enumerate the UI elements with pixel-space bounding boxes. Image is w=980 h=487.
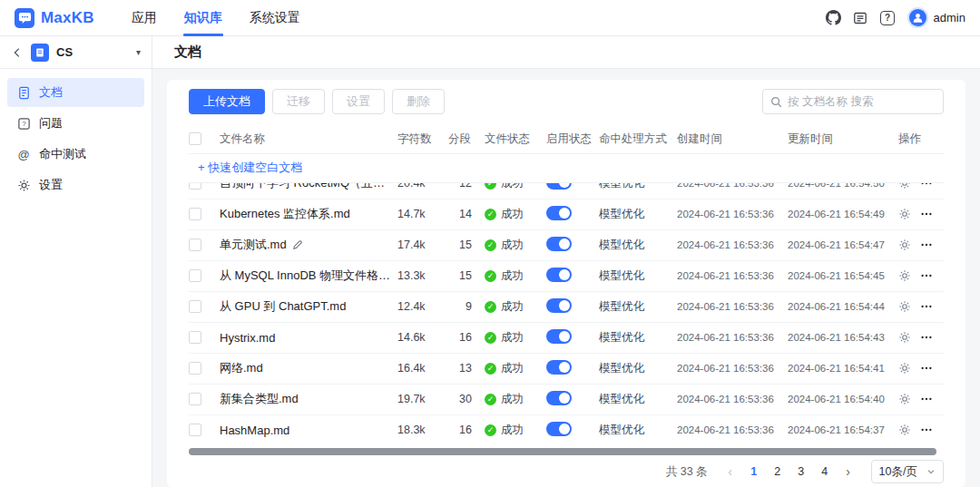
row-settings-icon[interactable] — [898, 300, 911, 313]
scrollbar-thumb[interactable] — [189, 448, 936, 455]
row-more-icon[interactable] — [920, 424, 933, 436]
help-icon[interactable]: ? — [880, 10, 896, 25]
enable-toggle[interactable] — [546, 237, 572, 251]
kb-selector[interactable]: CS ▾ — [0, 36, 152, 68]
row-checkbox[interactable] — [189, 239, 201, 251]
pagination: 共 33 条 ‹ 1 2 3 4 › 10条/页 — [189, 456, 944, 487]
nav-applications[interactable]: 应用 — [118, 0, 171, 36]
row-more-icon[interactable] — [920, 183, 933, 190]
document-name[interactable]: 从 MySQL InnoDB 物理文件格式深入... — [220, 268, 392, 284]
row-settings-icon[interactable] — [898, 331, 911, 344]
row-more-icon[interactable] — [920, 331, 933, 344]
success-icon — [485, 363, 496, 375]
sidebar-item-settings[interactable]: 设置 — [7, 170, 144, 200]
sidebar-item-documents[interactable]: 文档 — [7, 78, 144, 107]
github-icon[interactable] — [826, 10, 841, 25]
documents-card: 上传文档 迁移 设置 删除 文件名称 字符数 分段 文件状态 启用状态 命中处理… — [167, 80, 965, 487]
document-name[interactable]: 新集合类型.md — [220, 391, 299, 407]
row-settings-icon[interactable] — [898, 269, 911, 282]
quick-create-blank-document-link[interactable]: + 快速创建空白文档 — [198, 160, 302, 176]
row-checkbox[interactable] — [189, 300, 201, 313]
hit-test-icon: @ — [16, 147, 31, 161]
row-more-icon[interactable] — [920, 239, 933, 251]
row-checkbox[interactable] — [189, 331, 201, 344]
row-checkbox[interactable] — [189, 269, 201, 282]
file-status-label: 成功 — [501, 392, 524, 407]
maxkb-logo[interactable]: MaxKB — [15, 8, 94, 28]
table-row[interactable]: 新集合类型.md 19.7k 30 成功 模型优化 2024-06-21 16:… — [189, 385, 944, 415]
char-count: 18.3k — [397, 424, 448, 436]
page-button-2[interactable]: 2 — [768, 461, 788, 482]
sidebar-item-hit-test[interactable]: @ 命中测试 — [7, 140, 144, 169]
docs-icon[interactable] — [853, 10, 868, 25]
table-row[interactable]: 从 MySQL InnoDB 物理文件格式深入... 13.3k 15 成功 模… — [189, 261, 944, 292]
table-row[interactable]: Kubernetes 监控体系.md 14.7k 14 成功 模型优化 2024… — [189, 200, 944, 230]
edit-icon[interactable] — [292, 239, 303, 250]
document-name[interactable]: 从 GPU 到 ChatGPT.md — [220, 298, 346, 315]
next-page-button[interactable]: › — [838, 464, 858, 479]
prev-page-button[interactable]: ‹ — [720, 464, 740, 479]
sidebar-item-questions[interactable]: ? 问题 — [7, 109, 144, 138]
table-row[interactable]: 从 GPU 到 ChatGPT.md 12.4k 9 成功 模型优化 2024-… — [189, 292, 944, 323]
nav-knowledge-base[interactable]: 知识库 — [171, 0, 236, 36]
settings-button[interactable]: 设置 — [332, 89, 385, 114]
row-settings-icon[interactable] — [898, 393, 911, 405]
document-name[interactable]: 网络.md — [220, 360, 263, 376]
document-name[interactable]: Hystrix.md — [220, 331, 275, 345]
created-time: 2024-06-21 16:53:36 — [677, 424, 788, 435]
enable-toggle[interactable] — [546, 391, 572, 405]
page-size-select[interactable]: 10条/页 — [871, 460, 944, 483]
page-button-1[interactable]: 1 — [744, 461, 764, 482]
row-checkbox[interactable] — [189, 393, 201, 405]
table-row[interactable]: 自顶向下学习 RocketMQ（五）：顺序... 20.4k 12 成功 模型优… — [189, 183, 944, 200]
char-count: 16.4k — [397, 362, 448, 375]
back-arrow-icon[interactable] — [11, 46, 24, 59]
row-settings-icon[interactable] — [898, 362, 911, 375]
select-all-checkbox[interactable] — [189, 132, 201, 145]
enable-toggle[interactable] — [546, 329, 572, 344]
enable-toggle[interactable] — [546, 206, 572, 220]
migrate-button[interactable]: 迁移 — [272, 89, 325, 114]
document-name[interactable]: HashMap.md — [220, 424, 289, 437]
table-row[interactable]: Hystrix.md 14.6k 16 成功 模型优化 2024-06-21 1… — [189, 323, 944, 354]
col-enabled: 启用状态 — [546, 131, 599, 147]
row-more-icon[interactable] — [920, 208, 933, 220]
row-settings-icon[interactable] — [898, 424, 911, 436]
row-checkbox[interactable] — [189, 183, 201, 190]
row-more-icon[interactable] — [920, 362, 933, 375]
table-row[interactable]: HashMap.md 18.3k 16 成功 模型优化 2024-06-21 1… — [189, 415, 944, 445]
row-settings-icon[interactable] — [898, 208, 911, 220]
enable-toggle[interactable] — [546, 298, 572, 313]
document-name[interactable]: Kubernetes 监控体系.md — [220, 206, 350, 222]
document-name[interactable]: 单元测试.md — [220, 237, 287, 253]
enable-toggle[interactable] — [546, 360, 572, 375]
row-settings-icon[interactable] — [898, 239, 911, 251]
row-checkbox[interactable] — [189, 424, 201, 436]
search-icon — [770, 96, 782, 108]
nav-system-settings[interactable]: 系统设置 — [236, 0, 314, 36]
upload-document-button[interactable]: 上传文档 — [189, 89, 265, 114]
search-input[interactable] — [788, 95, 936, 108]
file-status: 成功 — [485, 183, 546, 191]
topbar-right: ? admin — [826, 7, 965, 28]
enable-toggle[interactable] — [546, 422, 572, 436]
page-button-3[interactable]: 3 — [791, 461, 811, 482]
row-more-icon[interactable] — [920, 300, 933, 313]
row-checkbox[interactable] — [189, 362, 201, 375]
table-row[interactable]: 单元测试.md 17.4k 15 成功 模型优化 2024-06-21 16:5… — [189, 230, 944, 261]
row-more-icon[interactable] — [920, 269, 933, 282]
file-status-label: 成功 — [501, 361, 524, 376]
delete-button[interactable]: 删除 — [392, 89, 445, 114]
filter-icon[interactable] — [671, 134, 671, 144]
hit-mode: 模型优化 — [599, 392, 677, 407]
page-button-4[interactable]: 4 — [815, 461, 835, 482]
document-name[interactable]: 自顶向下学习 RocketMQ（五）：顺序... — [220, 183, 392, 192]
table-row[interactable]: 网络.md 16.4k 13 成功 模型优化 2024-06-21 16:53:… — [189, 354, 944, 385]
enable-toggle[interactable] — [546, 183, 572, 190]
row-settings-icon[interactable] — [898, 183, 911, 190]
row-checkbox[interactable] — [189, 208, 201, 220]
enable-toggle[interactable] — [546, 268, 572, 282]
user-menu[interactable]: admin — [907, 7, 965, 28]
col-chars: 字符数 — [397, 131, 448, 147]
row-more-icon[interactable] — [920, 393, 933, 405]
